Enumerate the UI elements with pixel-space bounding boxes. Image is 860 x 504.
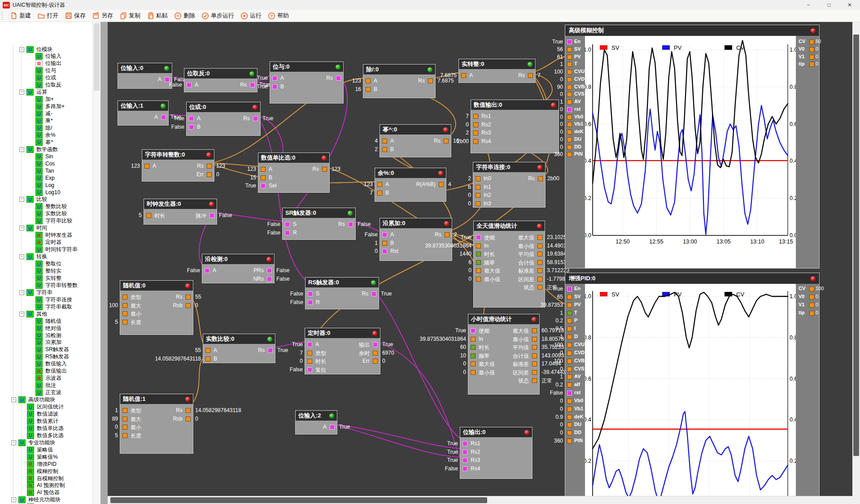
node-随机值:0[interactable]: 随机值:0类型Rs55最大100Rsb0最小长度5: [120, 280, 193, 335]
output-port-Err[interactable]: [373, 359, 378, 364]
tree-item-策略值%[interactable]: U策略值%: [0, 453, 58, 461]
output-port-Rs[interactable]: [336, 76, 341, 81]
tree-item-整取位[interactable]: U整取位: [0, 261, 61, 268]
input-port-Vb0[interactable]: [567, 115, 572, 120]
tree-item-字符串转整数[interactable]: U字符串转整数: [0, 282, 78, 289]
output-port-脉冲[interactable]: [210, 213, 214, 218]
node-title-bar[interactable]: 字符串转整数:0: [142, 150, 214, 160]
output-port-状态[interactable]: [537, 285, 542, 290]
output-port-Rs[interactable]: [253, 116, 258, 121]
input-port-类型[interactable]: [122, 295, 127, 300]
tree-item-自模糊控制[interactable]: R自模糊控制: [0, 475, 64, 482]
toolbar-button-new[interactable]: 新建: [7, 11, 34, 21]
input-port-A[interactable]: [382, 232, 387, 237]
node-位取反:0[interactable]: 位取反:0AFalseRsTrue: [184, 68, 258, 92]
node-title-bar[interactable]: 字符串连接:0: [473, 162, 545, 172]
input-port-A[interactable]: [205, 268, 210, 273]
tree-item-数值单比选[interactable]: U数值单比选: [0, 425, 64, 432]
input-port-最大值[interactable]: [476, 268, 481, 273]
tree-item-位输出[interactable]: R位输出: [0, 60, 61, 67]
input-port-DU[interactable]: [567, 422, 572, 427]
input-port-Vb1[interactable]: [567, 122, 572, 127]
tree-item-乘*[interactable]: U乘*: [0, 117, 53, 125]
output-port-最小值[interactable]: [532, 337, 537, 342]
output-port-Rs[interactable]: [444, 139, 449, 143]
node-title-bar[interactable]: SR触发器:0: [283, 208, 355, 218]
tree-item-字符串[interactable]: −U字符串: [0, 289, 52, 296]
node-title-bar[interactable]: 位输入:2: [296, 411, 337, 421]
tree-item-SR触发器[interactable]: USR触发器: [0, 346, 69, 353]
expand-toggle-icon[interactable]: −: [19, 47, 24, 52]
tree-item-数值累计[interactable]: U数值累计: [0, 417, 58, 425]
tree-item-正玄波[interactable]: U正玄波: [0, 389, 61, 396]
node-位输出:0[interactable]: 位输出:0Rs1TrueRs2TrueRs3TrueRs4False: [460, 427, 533, 479]
node-title-bar[interactable]: 位与:0: [270, 62, 343, 72]
output-port-Rs[interactable]: [445, 232, 450, 237]
tree-item-数值滤波[interactable]: U数值滤波: [0, 410, 58, 417]
output-port-区间差[interactable]: [537, 277, 542, 282]
toolbar-button-help[interactable]: ?帮助: [265, 11, 292, 21]
canvas-vscrollbar-thumb[interactable]: [853, 35, 859, 456]
expand-toggle-icon[interactable]: −: [11, 497, 16, 502]
tree-item-数值输出[interactable]: R数值输出: [0, 368, 67, 375]
node-title-bar[interactable]: 实转整:0: [459, 59, 535, 69]
input-port-最小[interactable]: [122, 425, 127, 430]
input-port-最小值[interactable]: [471, 370, 476, 375]
close-button[interactable]: ✕: [839, 0, 860, 10]
toolbar-button-del[interactable]: 删除: [171, 11, 198, 21]
node-位或:0[interactable]: 位或:0ATrueRsTrueBFalse: [186, 102, 261, 136]
tree-item-Log10[interactable]: ULog10: [0, 189, 60, 196]
input-port-deK[interactable]: [567, 415, 572, 420]
input-port-CVS[interactable]: [567, 367, 572, 372]
output-port-最大值[interactable]: [537, 235, 542, 240]
output-port-Rs[interactable]: [186, 295, 191, 300]
input-port-CVD[interactable]: [567, 351, 572, 356]
input-port-A[interactable]: [366, 78, 371, 83]
input-port-Rs2[interactable]: [463, 450, 467, 455]
expand-toggle-icon[interactable]: −: [11, 397, 16, 402]
tree-item-数值输入[interactable]: U数值输入: [0, 361, 67, 368]
output-port-最小值[interactable]: [537, 243, 542, 248]
node-沿累加:0[interactable]: 沿累加:0AFalseRs2B1Rst0: [380, 218, 452, 261]
input-port-rst[interactable]: [567, 391, 572, 395]
input-port-B[interactable]: [205, 356, 210, 361]
node-title-bar[interactable]: 全天值滑动统计: [474, 221, 545, 231]
input-port-B[interactable]: [366, 87, 371, 92]
node-title-bar[interactable]: 时钟发生器:0: [144, 199, 217, 209]
wire[interactable]: [333, 424, 463, 449]
tree-item-实转整[interactable]: U实转整: [0, 274, 61, 282]
tree-item-沿累加[interactable]: U沿累加: [0, 339, 61, 346]
node-SR触发器:0[interactable]: SR触发器:0SFalseRsFalseRFalse: [282, 208, 356, 240]
toolbar-button-save[interactable]: 保存: [61, 11, 89, 21]
input-port-长度[interactable]: [122, 433, 127, 438]
input-port-A[interactable]: [461, 73, 466, 78]
input-port-PtN[interactable]: [567, 439, 572, 443]
output-port-CV[interactable]: [809, 287, 814, 291]
input-port-时长[interactable]: [471, 345, 476, 350]
node-余%:0[interactable]: 余%:0A123R(A%B)4B7: [375, 168, 446, 202]
input-port-A[interactable]: [382, 139, 387, 143]
node-数值单比选:0[interactable]: 数值单比选:0A123Rs123B15SelTrue: [258, 152, 330, 193]
input-port-CVB[interactable]: [567, 359, 572, 364]
node-实转整:0[interactable]: 实转整:0A7.6875Rs7: [458, 59, 536, 83]
input-port-B[interactable]: [377, 191, 382, 196]
input-port-时长[interactable]: [146, 213, 151, 218]
node-title-bar[interactable]: 余%:0: [375, 168, 446, 178]
input-port-In3[interactable]: [476, 201, 480, 206]
tree-item-Cos[interactable]: UCos: [0, 160, 55, 167]
tree-item-除/[interactable]: U除/: [0, 124, 52, 131]
expand-toggle-icon[interactable]: −: [19, 290, 24, 295]
input-port-A[interactable]: [189, 116, 194, 121]
input-port-CVB[interactable]: [567, 85, 572, 90]
node-title-bar[interactable]: 除/:0: [363, 65, 435, 74]
input-port-复位[interactable]: [307, 367, 312, 372]
canvas-vscrollbar[interactable]: [852, 22, 860, 496]
tree-item-比较[interactable]: −U比较: [0, 196, 47, 203]
node-title-bar[interactable]: 位输入:1: [118, 101, 168, 111]
minimize-button[interactable]: −: [798, 0, 819, 10]
output-port-Rs[interactable]: [186, 408, 191, 413]
input-port-Rs4[interactable]: [473, 139, 478, 144]
tree-item-增强PID[interactable]: R增强PID: [0, 461, 57, 468]
node-title-bar[interactable]: RS触发器:0: [306, 278, 379, 287]
output-port-Rs[interactable]: [250, 83, 255, 87]
